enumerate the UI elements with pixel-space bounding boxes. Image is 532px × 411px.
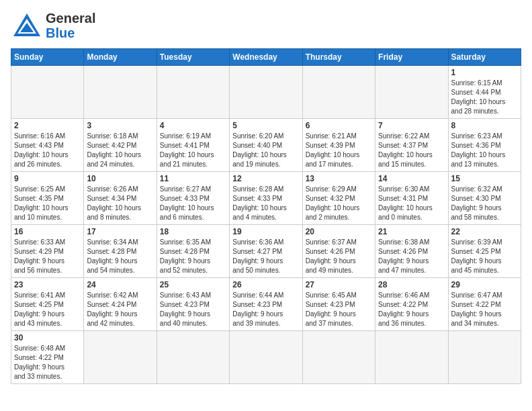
day-number: 29 — [451, 280, 518, 289]
day-number: 13 — [306, 174, 372, 183]
calendar-cell: 23Sunrise: 6:41 AM Sunset: 4:25 PM Dayli… — [11, 278, 84, 331]
calendar-cell: 28Sunrise: 6:46 AM Sunset: 4:22 PM Dayli… — [375, 278, 448, 331]
day-number: 1 — [451, 68, 518, 77]
weekday-header-saturday: Saturday — [448, 49, 521, 66]
day-info: Sunrise: 6:48 AM Sunset: 4:22 PM Dayligh… — [14, 344, 81, 381]
day-info: Sunrise: 6:37 AM Sunset: 4:26 PM Dayligh… — [306, 238, 372, 275]
day-info: Sunrise: 6:36 AM Sunset: 4:27 PM Dayligh… — [232, 238, 299, 275]
calendar-cell: 22Sunrise: 6:39 AM Sunset: 4:25 PM Dayli… — [448, 225, 521, 278]
calendar-cell — [375, 331, 448, 384]
day-number: 11 — [160, 174, 226, 183]
day-info: Sunrise: 6:15 AM Sunset: 4:44 PM Dayligh… — [451, 79, 518, 116]
day-info: Sunrise: 6:23 AM Sunset: 4:36 PM Dayligh… — [451, 132, 518, 169]
calendar-cell — [230, 66, 302, 119]
day-number: 20 — [306, 227, 372, 236]
day-info: Sunrise: 6:19 AM Sunset: 4:41 PM Dayligh… — [160, 132, 226, 169]
day-info: Sunrise: 6:26 AM Sunset: 4:34 PM Dayligh… — [87, 185, 153, 222]
calendar-cell: 21Sunrise: 6:38 AM Sunset: 4:26 PM Dayli… — [375, 225, 448, 278]
day-info: Sunrise: 6:34 AM Sunset: 4:28 PM Dayligh… — [87, 238, 153, 275]
day-info: Sunrise: 6:39 AM Sunset: 4:25 PM Dayligh… — [451, 238, 518, 275]
calendar-cell — [302, 331, 375, 384]
day-info: Sunrise: 6:44 AM Sunset: 4:23 PM Dayligh… — [232, 291, 299, 328]
day-info: Sunrise: 6:41 AM Sunset: 4:25 PM Dayligh… — [14, 291, 81, 328]
day-number: 18 — [160, 227, 226, 236]
day-info: Sunrise: 6:25 AM Sunset: 4:35 PM Dayligh… — [14, 185, 81, 222]
calendar-cell — [84, 66, 157, 119]
day-info: Sunrise: 6:35 AM Sunset: 4:28 PM Dayligh… — [160, 238, 226, 275]
day-number: 8 — [451, 121, 518, 130]
calendar-cell: 11Sunrise: 6:27 AM Sunset: 4:33 PM Dayli… — [157, 172, 229, 225]
day-info: Sunrise: 6:28 AM Sunset: 4:33 PM Dayligh… — [232, 185, 299, 222]
calendar-cell: 12Sunrise: 6:28 AM Sunset: 4:33 PM Dayli… — [230, 172, 302, 225]
day-info: Sunrise: 6:38 AM Sunset: 4:26 PM Dayligh… — [378, 238, 445, 275]
calendar-cell — [84, 331, 157, 384]
calendar-cell: 27Sunrise: 6:45 AM Sunset: 4:23 PM Dayli… — [302, 278, 375, 331]
calendar-cell: 16Sunrise: 6:33 AM Sunset: 4:29 PM Dayli… — [11, 225, 84, 278]
calendar-cell — [157, 331, 229, 384]
day-info: Sunrise: 6:29 AM Sunset: 4:32 PM Dayligh… — [306, 185, 372, 222]
logo: General Blue — [11, 11, 95, 40]
day-info: Sunrise: 6:46 AM Sunset: 4:22 PM Dayligh… — [378, 291, 445, 328]
day-number: 28 — [378, 280, 445, 289]
calendar-cell: 5Sunrise: 6:20 AM Sunset: 4:40 PM Daylig… — [230, 119, 302, 172]
day-number: 6 — [306, 121, 372, 130]
calendar-week-1: 2Sunrise: 6:16 AM Sunset: 4:43 PM Daylig… — [11, 119, 521, 172]
header: General Blue — [11, 11, 521, 40]
calendar-cell — [11, 66, 84, 119]
calendar-cell: 4Sunrise: 6:19 AM Sunset: 4:41 PM Daylig… — [157, 119, 229, 172]
day-info: Sunrise: 6:20 AM Sunset: 4:40 PM Dayligh… — [232, 132, 299, 169]
day-info: Sunrise: 6:16 AM Sunset: 4:43 PM Dayligh… — [14, 132, 81, 169]
calendar-week-2: 9Sunrise: 6:25 AM Sunset: 4:35 PM Daylig… — [11, 172, 521, 225]
day-info: Sunrise: 6:32 AM Sunset: 4:30 PM Dayligh… — [451, 185, 518, 222]
day-info: Sunrise: 6:47 AM Sunset: 4:22 PM Dayligh… — [451, 291, 518, 328]
day-number: 16 — [14, 227, 81, 236]
calendar-cell: 19Sunrise: 6:36 AM Sunset: 4:27 PM Dayli… — [230, 225, 302, 278]
calendar-cell: 8Sunrise: 6:23 AM Sunset: 4:36 PM Daylig… — [448, 119, 521, 172]
weekday-header-thursday: Thursday — [302, 49, 375, 66]
calendar-cell — [375, 66, 448, 119]
day-info: Sunrise: 6:33 AM Sunset: 4:29 PM Dayligh… — [14, 238, 81, 275]
calendar: SundayMondayTuesdayWednesdayThursdayFrid… — [11, 48, 521, 384]
day-number: 7 — [378, 121, 445, 130]
calendar-cell: 13Sunrise: 6:29 AM Sunset: 4:32 PM Dayli… — [302, 172, 375, 225]
calendar-cell: 14Sunrise: 6:30 AM Sunset: 4:31 PM Dayli… — [375, 172, 448, 225]
calendar-cell — [230, 331, 302, 384]
day-number: 5 — [232, 121, 299, 130]
day-info: Sunrise: 6:30 AM Sunset: 4:31 PM Dayligh… — [378, 185, 445, 222]
day-number: 19 — [232, 227, 299, 236]
day-number: 2 — [14, 121, 81, 130]
day-number: 3 — [87, 121, 153, 130]
calendar-week-0: 1Sunrise: 6:15 AM Sunset: 4:44 PM Daylig… — [11, 66, 521, 119]
day-info: Sunrise: 6:43 AM Sunset: 4:23 PM Dayligh… — [160, 291, 226, 328]
calendar-cell: 25Sunrise: 6:43 AM Sunset: 4:23 PM Dayli… — [157, 278, 229, 331]
weekday-header-monday: Monday — [84, 49, 157, 66]
calendar-cell: 29Sunrise: 6:47 AM Sunset: 4:22 PM Dayli… — [448, 278, 521, 331]
calendar-week-5: 30Sunrise: 6:48 AM Sunset: 4:22 PM Dayli… — [11, 331, 521, 384]
day-info: Sunrise: 6:18 AM Sunset: 4:42 PM Dayligh… — [87, 132, 153, 169]
weekday-header-wednesday: Wednesday — [230, 49, 302, 66]
day-number: 9 — [14, 174, 81, 183]
day-info: Sunrise: 6:27 AM Sunset: 4:33 PM Dayligh… — [160, 185, 226, 222]
day-number: 23 — [14, 280, 81, 289]
day-number: 24 — [87, 280, 153, 289]
calendar-cell: 17Sunrise: 6:34 AM Sunset: 4:28 PM Dayli… — [84, 225, 157, 278]
logo-icon — [11, 12, 43, 39]
calendar-cell: 3Sunrise: 6:18 AM Sunset: 4:42 PM Daylig… — [84, 119, 157, 172]
calendar-cell: 9Sunrise: 6:25 AM Sunset: 4:35 PM Daylig… — [11, 172, 84, 225]
calendar-cell: 18Sunrise: 6:35 AM Sunset: 4:28 PM Dayli… — [157, 225, 229, 278]
day-number: 14 — [378, 174, 445, 183]
day-info: Sunrise: 6:22 AM Sunset: 4:37 PM Dayligh… — [378, 132, 445, 169]
logo-text: General Blue — [46, 11, 95, 40]
weekday-header-friday: Friday — [375, 49, 448, 66]
day-number: 12 — [232, 174, 299, 183]
calendar-cell: 15Sunrise: 6:32 AM Sunset: 4:30 PM Dayli… — [448, 172, 521, 225]
calendar-cell — [157, 66, 229, 119]
day-number: 21 — [378, 227, 445, 236]
calendar-cell: 2Sunrise: 6:16 AM Sunset: 4:43 PM Daylig… — [11, 119, 84, 172]
calendar-cell: 7Sunrise: 6:22 AM Sunset: 4:37 PM Daylig… — [375, 119, 448, 172]
day-number: 17 — [87, 227, 153, 236]
day-info: Sunrise: 6:45 AM Sunset: 4:23 PM Dayligh… — [306, 291, 372, 328]
day-number: 22 — [451, 227, 518, 236]
day-number: 10 — [87, 174, 153, 183]
calendar-week-3: 16Sunrise: 6:33 AM Sunset: 4:29 PM Dayli… — [11, 225, 521, 278]
